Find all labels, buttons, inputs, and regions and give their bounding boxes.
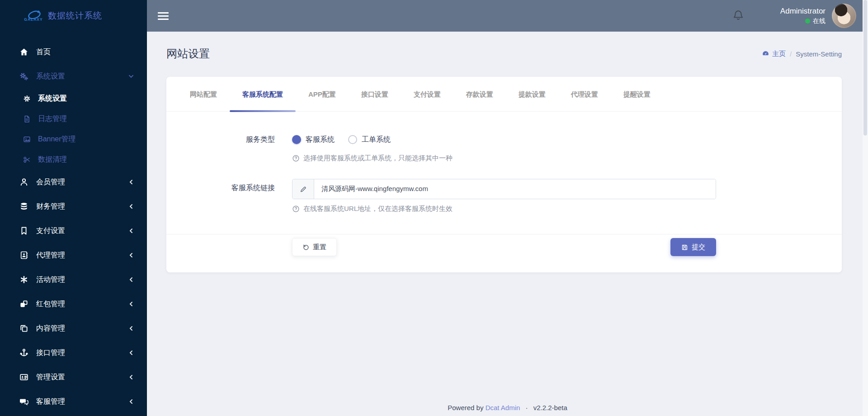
dashboard-icon (762, 50, 769, 58)
footer-dot: · (526, 404, 528, 411)
id-card-icon (19, 372, 29, 382)
settings-tabs: 网站配置 客服系统配置 APP配置 接口设置 支付设置 存款设置 提款设置 代理… (166, 77, 842, 112)
help-text: 在线客服系统URL地址，仅在选择客服系统时生效 (303, 205, 453, 213)
sidebar-item-label: 数据清理 (38, 155, 134, 164)
sidebar-item-home[interactable]: 首页 (0, 40, 147, 64)
chevron-left-icon (128, 203, 134, 210)
image-icon (23, 135, 31, 145)
radio-unselected-icon[interactable] (348, 135, 357, 144)
tab-agent-settings[interactable]: 代理设置 (558, 77, 611, 111)
radio-label: 客服系统 (306, 135, 335, 145)
service-link-label: 客服系统链接 (166, 179, 275, 213)
breadcrumb: 主页 / System-Setting (762, 50, 842, 58)
database-icon (19, 201, 29, 211)
app-title: 数据统计系统 (48, 10, 102, 22)
gear-icon (23, 94, 31, 104)
sidebar-item-admin-settings[interactable]: 管理设置 (0, 365, 147, 389)
sidebar-item-system-settings-parent[interactable]: 系统设置 (0, 64, 147, 89)
chevron-left-icon (128, 179, 134, 185)
breadcrumb-home-label: 主页 (772, 50, 786, 58)
breadcrumb-current: System-Setting (796, 50, 842, 58)
save-icon (681, 244, 688, 251)
tab-api-settings[interactable]: 接口设置 (349, 77, 401, 111)
sidebar-item-customer-service-management[interactable]: 客服管理 (0, 389, 147, 414)
tab-reminder-settings[interactable]: 提醒设置 (611, 77, 663, 111)
service-type-radio-group: 客服系统 工单系统 (292, 131, 716, 149)
top-header: Administrator 在线 (147, 0, 868, 32)
chevron-down-icon (128, 73, 134, 79)
page-title: 网站设置 (166, 47, 210, 61)
sidebar-subitem-banner-management[interactable]: Banner管理 (0, 129, 147, 150)
radio-selected-icon[interactable] (292, 135, 301, 144)
tab-withdrawal-settings[interactable]: 提款设置 (506, 77, 558, 111)
sidebar-item-payment-settings[interactable]: 支付设置 (0, 219, 147, 243)
home-icon (19, 47, 29, 57)
dcat-admin-link[interactable]: Dcat Admin (486, 404, 520, 411)
sidebar-item-api-management[interactable]: 接口管理 (0, 341, 147, 365)
file-icon (23, 114, 31, 124)
sidebar-item-label: 代理管理 (36, 251, 128, 260)
chevron-left-icon (128, 228, 134, 234)
sidebar-item-member-management[interactable]: 会员管理 (0, 170, 147, 194)
service-type-label: 服务类型 (166, 131, 275, 163)
pencil-icon (292, 179, 314, 199)
service-link-input-group (292, 179, 716, 199)
chevron-left-icon (128, 276, 134, 283)
sidebar-item-activity-management[interactable]: 活动管理 (0, 267, 147, 292)
sidebar-item-label: Banner管理 (38, 135, 134, 144)
chevron-left-icon (128, 398, 134, 405)
main-content: 网站设置 主页 / System-Setting 网站配置 客服系统配置 APP… (147, 32, 868, 416)
sidebar-item-label: 系统设置 (36, 72, 128, 81)
sidebar-item-label: 内容管理 (36, 324, 128, 333)
sidebar-item-label: 系统设置 (38, 94, 134, 103)
user-info[interactable]: Administrator 在线 (780, 7, 826, 25)
scrollbar[interactable] (863, 0, 868, 416)
tab-payment-settings[interactable]: 支付设置 (401, 77, 453, 111)
sidebar-item-label: 首页 (36, 47, 134, 57)
sidebar-item-agent-management[interactable]: 代理管理 (0, 243, 147, 267)
radio-customer-service-system[interactable]: 客服系统 (292, 135, 335, 145)
brand[interactable]: GALAXY 数据统计系统 (0, 0, 147, 32)
sidebar-item-content-management[interactable]: 内容管理 (0, 316, 147, 341)
tab-customer-service-config[interactable]: 客服系统配置 (230, 77, 296, 111)
sidebar-item-label: 管理设置 (36, 373, 128, 382)
tab-deposit-settings[interactable]: 存款设置 (453, 77, 506, 111)
question-circle-icon (292, 154, 300, 162)
svg-text:GALAXY: GALAXY (24, 17, 42, 22)
sidebar-item-redpacket-management[interactable]: 红包管理 (0, 292, 147, 316)
reset-button[interactable]: 重置 (292, 238, 337, 256)
sidebar-menu: 首页 系统设置 (0, 32, 147, 414)
tab-website-config[interactable]: 网站配置 (177, 77, 230, 111)
sidebar-item-label: 日志管理 (38, 114, 134, 124)
page-footer: Powered by Dcat Admin · v2.2.2-beta (147, 404, 868, 411)
sidebar-toggle-button[interactable] (158, 10, 169, 22)
sidebar-subitem-data-cleanup[interactable]: 数据清理 (0, 150, 147, 170)
copy-icon (19, 323, 29, 333)
sidebar-item-label: 红包管理 (36, 299, 128, 309)
scrollbar-thumb[interactable] (863, 0, 867, 136)
asterisk-icon (19, 275, 29, 285)
radio-ticket-system[interactable]: 工单系统 (348, 135, 391, 145)
sidebar-subitem-system-settings[interactable]: 系统设置 (0, 89, 147, 109)
sidebar-item-label: 支付设置 (36, 226, 128, 236)
sidebar-item-finance-management[interactable]: 财务管理 (0, 194, 147, 219)
user-avatar[interactable] (832, 4, 856, 28)
sidebar-item-label: 接口管理 (36, 348, 128, 358)
chevron-left-icon (128, 301, 134, 307)
submit-button[interactable]: 提交 (670, 238, 716, 256)
form-footer: 重置 提交 (166, 234, 842, 272)
submit-button-label: 提交 (692, 243, 705, 252)
tab-app-config[interactable]: APP配置 (296, 77, 349, 111)
address-book-icon (19, 250, 29, 260)
help-text: 选择使用客服系统或工单系统，只能选择其中一种 (303, 154, 453, 163)
breadcrumb-home-link[interactable]: 主页 (762, 50, 786, 58)
sidebar-item-label: 客服管理 (36, 397, 128, 407)
sidebar-subitem-log-management[interactable]: 日志管理 (0, 109, 147, 129)
notifications-bell-icon[interactable] (732, 9, 746, 23)
comments-icon (19, 397, 29, 407)
service-link-input[interactable] (314, 179, 716, 199)
anchor-icon (19, 348, 29, 358)
cogs-icon (19, 71, 29, 81)
online-status-dot (805, 19, 810, 23)
chevron-left-icon (128, 374, 134, 380)
